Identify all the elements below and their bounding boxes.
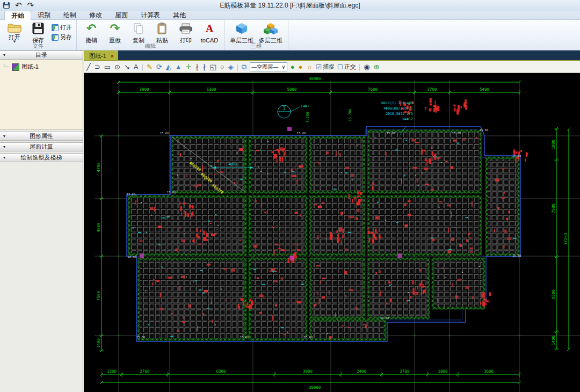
tocad-button[interactable]: A toCAD [198,21,221,43]
tab-start[interactable]: 开始 [4,11,31,20]
floppy-icon [32,22,44,35]
svg-text:17200: 17200 [563,233,568,245]
multi-layer-3d-button[interactable]: 多层三维 [257,21,285,43]
cad-viewport[interactable]: Φ8@200Φ8@200Φ8@2001(4Φ)WKL1(1) 200×4004Φ… [84,73,580,392]
layer-on-bulb-icon[interactable]: ● [290,62,295,72]
ortho-checkbox[interactable]: ☐ 正交 [337,63,356,71]
svg-text:1400: 1400 [551,335,556,345]
checked-checkbox-icon: ☑ [316,63,322,71]
tree-branch-icon: └─ [2,64,10,70]
collapse-arrow-icon: ▾ [0,144,9,149]
svg-text:15.700: 15.700 [348,108,352,121]
svg-text:2700: 2700 [140,369,150,374]
tab-roof[interactable]: 屋面 [108,11,134,20]
paste-button[interactable]: 粘贴 [151,21,173,43]
layer-off-bulb-icon[interactable]: ● [298,62,303,72]
svg-text:7500: 7500 [551,203,556,213]
svg-text:1: 1 [283,106,286,111]
copy-icon [133,22,144,35]
panel-header-modeling-stairs[interactable]: ▾ 绘制造型及楼梯 [0,153,83,162]
view3d-tool-icon[interactable]: ◈ [228,62,234,72]
svg-text:4000: 4000 [228,162,237,166]
mirror-tool-icon[interactable]: ◭ [165,62,172,72]
canvas-zone: 图纸-1 × ╱ ⊃ ▭ ⊙ ↘ A | ✎ ⟳ ◭ ▲ ✛ ∤ ∤ ◱ ○ [84,50,580,392]
circle-tool-icon[interactable]: ⊙ [114,62,121,72]
tab-recognize[interactable]: 识别 [31,11,57,20]
tab-calc-table[interactable]: 计算表 [134,11,166,20]
brightness-icon[interactable]: ☼ [306,62,313,72]
svg-text:WKL1(1) 200×400: WKL1(1) 200×400 [381,101,413,105]
open-excel-button[interactable]: 打开 [50,24,73,32]
chevron-down-icon: ∨ [281,64,285,70]
sheet-icon [52,24,59,31]
layer-select[interactable]: —空图层— ∨ [250,62,287,71]
leader-tool-icon[interactable]: ↘ [124,62,130,72]
open-button[interactable]: 打开 ▼ [3,21,26,43]
tree-item-sheet1[interactable]: └─ 图纸-1 [2,63,81,71]
svg-text:15.68: 15.68 [512,154,521,157]
drawing-toolbar: ╱ ⊃ ▭ ⊙ ↘ A | ✎ ⟳ ◭ ▲ ✛ ∤ ∤ ◱ ○ ◈ | ⧉ [84,61,580,73]
snap-checkbox[interactable]: ☑ 捕捉 [316,63,335,71]
print-icon [179,22,192,35]
panel-header-roof-calc[interactable]: ▾ 屋面计算 [0,142,83,151]
unchecked-checkbox-icon: ☐ [337,63,343,71]
group-label-edit: 编辑 [77,42,224,50]
catalog-panel-header[interactable]: ▾ 目录 [0,50,83,60]
panel-header-shape-props[interactable]: ▾ 图形属性 [0,132,83,141]
drawing-doc-icon [12,63,19,71]
svg-text:6500: 6500 [551,289,556,299]
save-as-button[interactable]: 另存 [50,33,73,41]
print-button[interactable]: 打印 [175,21,197,43]
close-icon[interactable]: × [111,53,114,59]
stretch-tool-icon[interactable]: ◱ [209,62,217,72]
window-title: E筋模板算量 19.11.22.0 [F:\斜屋面板\斜屋面.egc] [0,1,580,10]
scale-tool-icon[interactable]: ▲ [175,62,183,72]
tab-draw[interactable]: 绘制 [57,11,83,20]
layer-select-value: —空图层— [251,63,278,71]
svg-text:15.68: 15.68 [240,336,249,339]
svg-text:3900: 3900 [303,369,313,374]
svg-text:2Φ18;5Φ22 2/3: 2Φ18;5Φ22 2/3 [386,112,413,116]
ribbon: 打开 ▼ 保存 打开 另存 文件 [0,20,580,50]
single-layer-3d-button[interactable]: 单层三维 [228,21,256,43]
svg-text:15.68: 15.68 [297,132,306,135]
pen-tool-icon[interactable]: ✎ [146,62,153,72]
file-small-buttons: 打开 另存 [50,21,73,43]
rotate-tool-icon[interactable]: ⟳ [156,62,163,72]
extend-tool-icon[interactable]: ∤ [202,62,207,72]
svg-text:2700: 2700 [400,369,410,374]
svg-text:6300: 6300 [206,87,216,92]
svg-text:15.68: 15.68 [380,316,389,320]
svg-text:1200: 1200 [107,369,117,374]
svg-text:2400: 2400 [357,369,367,374]
tab-modify[interactable]: 修改 [83,11,108,20]
svg-text:1800: 1800 [438,369,448,374]
svg-text:15.68: 15.68 [136,336,146,339]
group-edit: ↶ 撤销 ↷ 重做 复制 粘贴 [77,20,224,50]
svg-text:15.68: 15.68 [160,132,169,135]
trim-tool-icon[interactable]: ∤ [195,62,200,72]
move-tool-icon[interactable]: ✛ [185,62,192,72]
main-area: ▾ 目录 └─ 图纸-1 ▾ 图形属性 ▾ 屋面计算 [0,50,580,392]
cad-canvas[interactable]: Φ8@200Φ8@200Φ8@2001(4Φ)WKL1(1) 200×4004Φ… [84,73,580,392]
copy-button[interactable]: 复制 [127,21,150,43]
arc-tool-icon[interactable]: ⊃ [94,62,101,72]
tab-other[interactable]: 其他 [166,11,192,20]
paste-icon [157,22,167,35]
svg-text:5.700: 5.700 [306,112,310,122]
ring-tool-icon[interactable]: ○ [220,62,225,72]
zoom-window-icon[interactable]: ◉ [363,62,370,72]
undo-button[interactable]: ↶ 撤销 [80,21,103,43]
rect-tool-icon[interactable]: ▭ [104,62,111,72]
save-button[interactable]: 保存 [27,21,49,43]
drawing-tab-bar: 图纸-1 × [84,50,580,61]
sheet-icon [52,34,59,41]
layers-icon[interactable]: ⧉ [241,62,247,72]
drawing-tab-sheet1[interactable]: 图纸-1 × [84,50,118,60]
line-tool-icon[interactable]: ╱ [86,62,91,72]
text-tool-icon[interactable]: A [133,62,139,72]
crosshair-icon[interactable]: ⊕ [373,62,380,72]
redo-button[interactable]: ↷ 重做 [104,21,126,43]
toolbar-separator: | [142,63,143,71]
collapse-arrow-icon: ▾ [0,53,9,57]
